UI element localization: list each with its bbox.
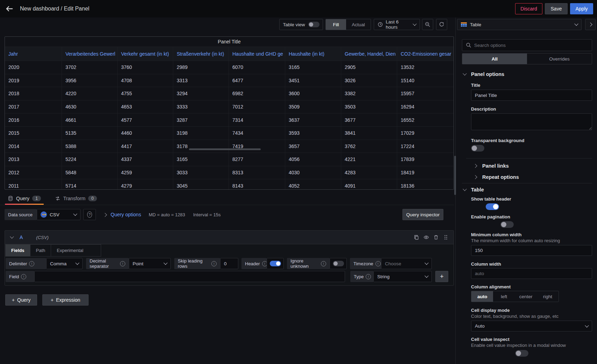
csv-datasource-icon [41, 211, 47, 218]
skip-leading-rows-input[interactable] [220, 258, 238, 269]
column-alignment-option[interactable]: left [493, 291, 515, 302]
table-cell: 3287 [173, 113, 229, 126]
repeat-options-section[interactable]: Repeat options [474, 172, 519, 182]
table-section-header[interactable]: Table [463, 185, 484, 195]
column-alignment-option[interactable]: auto [471, 291, 493, 302]
chevron-down-icon [574, 22, 578, 26]
cell-value-inspect-toggle[interactable] [515, 350, 528, 357]
back-button[interactable] [6, 5, 14, 13]
editor-tab[interactable]: Path [30, 245, 51, 256]
description-textarea[interactable] [471, 113, 592, 130]
tab-transform[interactable]: Transform 0 [50, 192, 102, 205]
table-view-control: Table view [279, 19, 323, 30]
collapse-pane-button[interactable] [585, 19, 596, 30]
query-options-link[interactable]: Query options [111, 209, 141, 220]
chevron-down-icon [73, 212, 77, 216]
cell-display-mode-select[interactable]: Auto [471, 321, 592, 331]
ignore-unknown-toggle-frame [330, 258, 347, 269]
ignore-unknown-toggle[interactable] [333, 261, 344, 266]
min-column-width-desc: The minimum width for column auto resizi… [471, 238, 560, 243]
zoom-out-button[interactable] [422, 19, 433, 30]
table-cell: 3033 [173, 166, 229, 179]
save-button[interactable]: Save [545, 3, 568, 14]
delimiter-select[interactable]: Comma [46, 258, 83, 269]
column-header[interactable]: Gewerbe, Handel, Dien [341, 47, 397, 61]
add-query-button[interactable]: +Query [5, 294, 37, 306]
refresh-button[interactable] [436, 19, 447, 30]
field-input[interactable] [34, 271, 345, 282]
table-cell: 2016 [5, 113, 62, 126]
table-view-toggle[interactable] [308, 22, 319, 27]
table-cell: 4708 [118, 74, 173, 87]
type-select[interactable]: String [373, 271, 432, 282]
trash-icon[interactable] [433, 234, 439, 240]
datasource-picker[interactable]: CSV [37, 209, 80, 220]
tab-transform-label: Transform [63, 196, 85, 201]
duplicate-icon[interactable] [414, 234, 419, 240]
drag-handle-icon[interactable] [443, 234, 449, 240]
query-row-header[interactable]: A (CSV) [5, 231, 454, 244]
timezone-select[interactable]: Choose [381, 258, 432, 269]
chevron-right-icon[interactable] [103, 213, 107, 217]
fill-option[interactable]: Fill [326, 19, 346, 30]
table-cell: 3294 [173, 87, 229, 100]
column-header[interactable]: Jahr [5, 47, 62, 61]
column-header[interactable]: CO2-Emissionen gesar [397, 47, 454, 61]
table-body: 202037023760298960703165290513532 201939… [5, 61, 454, 190]
table-cell: 5388 [62, 140, 118, 153]
filter-tab-overrides[interactable]: Overrides [527, 54, 592, 64]
column-alignment-option[interactable]: right [537, 291, 559, 302]
table-cell: 3841 [341, 127, 397, 140]
discard-button[interactable]: Discard [515, 3, 542, 14]
add-expression-button[interactable]: +Expression [42, 294, 89, 306]
table-cell: 2014 [5, 140, 62, 153]
vertical-scrollbar[interactable] [454, 156, 456, 195]
transparent-background-toggle[interactable] [471, 145, 484, 152]
eye-icon[interactable] [423, 234, 429, 240]
filter-tab-all[interactable]: All [462, 54, 527, 64]
editor-tab[interactable]: Experimental [51, 245, 89, 256]
add-field-button[interactable]: + [435, 271, 448, 282]
show-table-header-toggle[interactable] [486, 203, 499, 210]
column-header[interactable]: Straßenverkehr (in kt) [173, 47, 229, 61]
panel-links-section[interactable]: Panel links [474, 161, 509, 171]
panel-options-section-header[interactable]: Panel options [463, 71, 504, 77]
table-cell: 3165 [173, 153, 229, 166]
decimal-separator-select[interactable]: Point [129, 258, 171, 269]
column-header[interactable]: Verarbeitendes Gewerl [62, 47, 118, 61]
datasource-help-button[interactable]: ? [83, 209, 96, 220]
table-cell: 4417 [118, 140, 173, 153]
info-icon: i [120, 261, 125, 266]
column-header[interactable]: Verkehr gesamt (in kt) [118, 47, 173, 61]
table-panel[interactable]: Panel Title JahrVerarbeitendes GewerlVer… [5, 36, 454, 190]
table-cell: 18419 [397, 166, 454, 179]
time-range-picker[interactable]: Last 6 hours [374, 19, 420, 30]
column-header[interactable]: Haushalte und GHD ge [229, 47, 285, 61]
column-header[interactable]: Haushalte (in kt) [285, 47, 341, 61]
column-alignment-option[interactable]: center [515, 291, 537, 302]
search-options-input[interactable] [474, 43, 588, 48]
tab-query[interactable]: Query 1 [3, 192, 46, 205]
table-cell: 5714 [62, 179, 118, 190]
table-cell: 17224 [397, 140, 454, 153]
column-alignment-group: autoleftcenterright [471, 291, 559, 302]
panel-title-input[interactable] [471, 90, 592, 101]
top-bar: New dashboard / Edit Panel Discard Save … [0, 0, 597, 18]
query-inspector-button[interactable]: Query inspector [402, 209, 443, 220]
apply-button[interactable]: Apply [570, 3, 593, 14]
actual-option[interactable]: Actual [346, 19, 371, 30]
collapse-chevron-icon[interactable] [10, 234, 14, 238]
visualization-picker[interactable]: Table [457, 19, 582, 30]
transform-icon [55, 196, 61, 201]
table-cell: 4283 [341, 166, 397, 179]
column-width-input[interactable] [471, 268, 592, 279]
enable-pagination-toggle[interactable] [500, 221, 514, 228]
divider [462, 183, 592, 183]
min-column-width-input[interactable] [471, 245, 592, 256]
header-toggle[interactable] [270, 261, 281, 266]
chevron-down-icon [163, 261, 167, 265]
horizontal-scrollbar[interactable] [189, 148, 261, 150]
table-cell: 3760 [118, 61, 173, 74]
editor-tab[interactable]: Fields [6, 245, 30, 256]
table-cell: 2011 [5, 179, 62, 190]
